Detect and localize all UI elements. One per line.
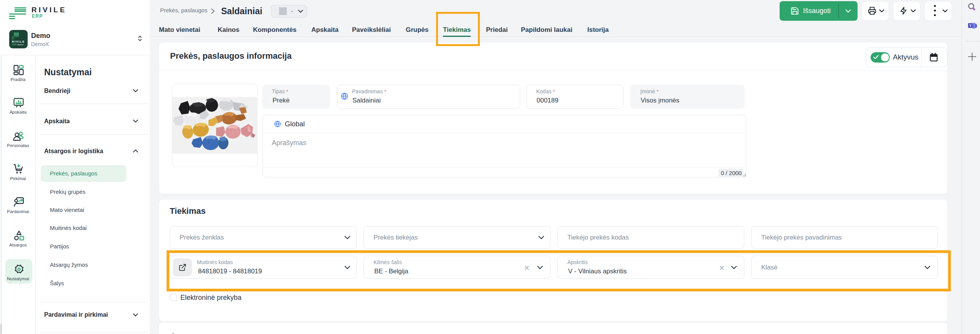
svg-text:T: T: [969, 23, 972, 28]
